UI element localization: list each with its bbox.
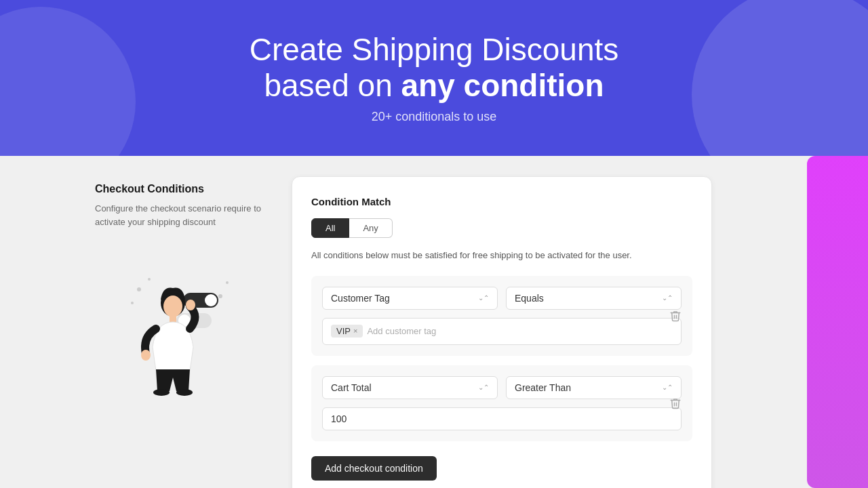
panel-container: Checkout Conditions Configure the checko…	[0, 156, 868, 488]
chevron-down-icon-2: ⌄⌃	[662, 294, 673, 302]
svg-point-2	[131, 302, 134, 304]
condition-operator-select-2[interactable]: Greater Than ⌄⌃	[506, 376, 682, 399]
chevron-down-icon-4: ⌄⌃	[662, 384, 673, 391]
svg-point-14	[153, 389, 170, 396]
toggle-all-button[interactable]: All	[311, 218, 349, 238]
sidebar-title: Checkout Conditions	[95, 183, 264, 195]
toggle-any-button[interactable]: Any	[349, 218, 392, 238]
condition-operator-label-1: Equals	[515, 293, 544, 304]
svg-point-0	[137, 287, 141, 291]
condition-type-label-1: Customer Tag	[331, 293, 390, 304]
condition-info-text: All conditions below must be satisfied f…	[311, 249, 692, 262]
add-condition-button[interactable]: Add checkout condition	[311, 456, 437, 481]
hero-blob-right	[692, 0, 868, 156]
right-accent	[807, 156, 868, 488]
condition-match-toggle: All Any	[311, 218, 692, 238]
condition-type-select-1[interactable]: Customer Tag ⌄⌃	[322, 287, 498, 310]
trash-icon-1	[669, 310, 682, 322]
illustration	[95, 249, 264, 398]
delete-condition-2-button[interactable]	[667, 394, 684, 412]
tag-label: VIP	[336, 326, 351, 336]
svg-point-12	[141, 350, 151, 361]
svg-point-6	[205, 294, 217, 306]
svg-point-15	[176, 389, 193, 396]
svg-point-3	[226, 281, 229, 284]
condition-operator-label-2: Greater Than	[515, 382, 571, 393]
illustration-svg	[112, 249, 248, 398]
chevron-down-icon-1: ⌄⌃	[478, 294, 489, 302]
svg-point-10	[163, 296, 182, 317]
svg-point-13	[186, 300, 195, 310]
main-content: Checkout Conditions Configure the checko…	[0, 156, 868, 488]
condition-row-2: Cart Total ⌄⌃ Greater Than ⌄⌃	[311, 365, 692, 441]
card-title: Condition Match	[311, 196, 692, 207]
tag-input-placeholder: Add customer tag	[367, 326, 436, 336]
condition-row-1-top: Customer Tag ⌄⌃ Equals ⌄⌃	[322, 287, 682, 310]
trash-icon-2	[669, 397, 682, 409]
condition-row-1: Customer Tag ⌄⌃ Equals ⌄⌃	[311, 276, 692, 356]
svg-point-1	[148, 278, 151, 281]
condition-row-2-top: Cart Total ⌄⌃ Greater Than ⌄⌃	[322, 376, 682, 399]
hero-title: Create Shipping Discounts based on any c…	[250, 32, 619, 104]
condition-type-select-2[interactable]: Cart Total ⌄⌃	[322, 376, 498, 399]
tag-close-icon[interactable]: ×	[353, 327, 357, 335]
condition-card: Condition Match All Any All conditions b…	[292, 176, 712, 488]
tag-input-area[interactable]: VIP × Add customer tag	[322, 318, 682, 345]
hero-blob-left	[0, 7, 136, 156]
chevron-down-icon-3: ⌄⌃	[478, 384, 489, 391]
condition-type-label-2: Cart Total	[331, 382, 372, 393]
delete-condition-1-button[interactable]	[667, 307, 684, 325]
hero-subtitle: 20+ conditionals to use	[372, 110, 497, 124]
vip-tag: VIP ×	[331, 325, 363, 338]
svg-point-4	[218, 294, 222, 298]
svg-rect-11	[170, 315, 176, 322]
condition-operator-select-1[interactable]: Equals ⌄⌃	[506, 287, 682, 310]
sidebar: Checkout Conditions Configure the checko…	[95, 176, 264, 398]
cart-total-input[interactable]	[322, 407, 682, 430]
sidebar-description: Configure the checkout scenario require …	[95, 202, 264, 228]
hero-section: Create Shipping Discounts based on any c…	[0, 0, 868, 156]
